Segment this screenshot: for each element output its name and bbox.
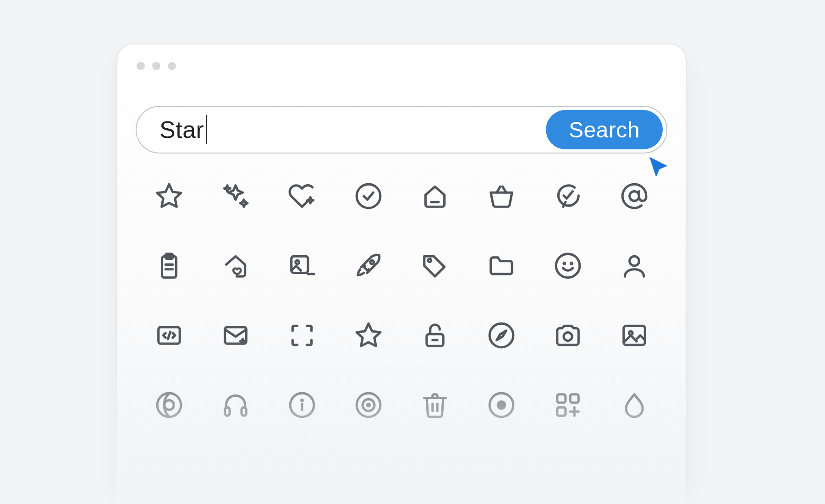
check-circle-icon[interactable] — [354, 182, 383, 210]
apps-add-icon[interactable] — [554, 391, 582, 419]
app-window: Star Search — [116, 44, 687, 485]
sparkles-icon[interactable] — [221, 182, 250, 210]
tag-icon[interactable] — [421, 252, 449, 280]
svg-marker-0 — [157, 184, 181, 207]
svg-point-37 — [367, 404, 369, 406]
record-icon[interactable] — [487, 391, 516, 419]
trash-icon[interactable] — [421, 391, 449, 419]
search-input-value: Star — [160, 116, 204, 143]
svg-rect-43 — [570, 394, 578, 403]
camera-icon[interactable] — [554, 321, 582, 350]
home-icon[interactable] — [421, 182, 449, 210]
heart-sparkle-icon[interactable] — [288, 182, 316, 210]
search-button[interactable]: Search — [546, 110, 663, 149]
window-controls — [117, 44, 686, 70]
search-button-label: Search — [569, 117, 640, 142]
at-sign-icon[interactable] — [620, 182, 649, 210]
mail-sparkle-icon[interactable] — [221, 321, 250, 350]
house-heart-icon[interactable] — [221, 252, 250, 280]
svg-point-16 — [629, 256, 639, 266]
svg-rect-42 — [557, 394, 565, 403]
svg-point-3 — [629, 192, 639, 201]
chat-check-icon[interactable] — [554, 182, 582, 210]
svg-point-28 — [157, 393, 181, 417]
svg-point-15 — [571, 263, 572, 264]
icon-grid — [136, 182, 667, 419]
svg-point-23 — [490, 323, 513, 347]
search-bar: Star Search — [136, 106, 667, 153]
search-input[interactable]: Star — [137, 116, 546, 143]
unlock-icon[interactable] — [421, 321, 449, 350]
compass-icon[interactable] — [487, 321, 516, 350]
basket-icon[interactable] — [487, 182, 516, 210]
svg-rect-44 — [557, 407, 565, 416]
globe-icon[interactable] — [155, 391, 183, 419]
svg-rect-31 — [241, 407, 246, 416]
clipboard-icon[interactable] — [155, 252, 183, 280]
svg-point-11 — [370, 260, 374, 264]
folder-icon[interactable] — [487, 252, 516, 280]
text-caret — [206, 115, 207, 144]
user-icon[interactable] — [620, 252, 649, 280]
svg-point-12 — [428, 259, 431, 262]
window-minimize-dot[interactable] — [152, 62, 160, 70]
window-close-dot[interactable] — [137, 62, 145, 70]
svg-point-1 — [357, 184, 380, 208]
rocket-icon[interactable] — [354, 252, 383, 280]
window-zoom-dot[interactable] — [168, 62, 176, 70]
svg-point-29 — [164, 400, 174, 410]
code-box-icon[interactable] — [155, 321, 183, 350]
image-icon[interactable] — [620, 321, 649, 350]
svg-point-13 — [556, 254, 580, 278]
svg-point-34 — [301, 400, 302, 401]
svg-point-25 — [563, 333, 572, 341]
smiley-icon[interactable] — [554, 252, 582, 280]
info-icon[interactable] — [288, 391, 316, 419]
svg-marker-24 — [496, 331, 506, 340]
svg-point-9 — [295, 260, 299, 264]
svg-point-41 — [498, 401, 505, 409]
headphones-icon[interactable] — [221, 391, 250, 419]
svg-point-14 — [563, 263, 565, 264]
target-icon[interactable] — [354, 391, 383, 419]
star-icon[interactable] — [155, 182, 183, 210]
svg-marker-20 — [357, 323, 380, 346]
star-outline-icon[interactable] — [354, 321, 383, 350]
svg-line-18 — [168, 332, 170, 339]
svg-rect-30 — [225, 407, 229, 416]
image-minus-icon[interactable] — [288, 252, 316, 280]
droplet-icon[interactable] — [620, 391, 649, 419]
scan-icon[interactable] — [288, 321, 316, 350]
